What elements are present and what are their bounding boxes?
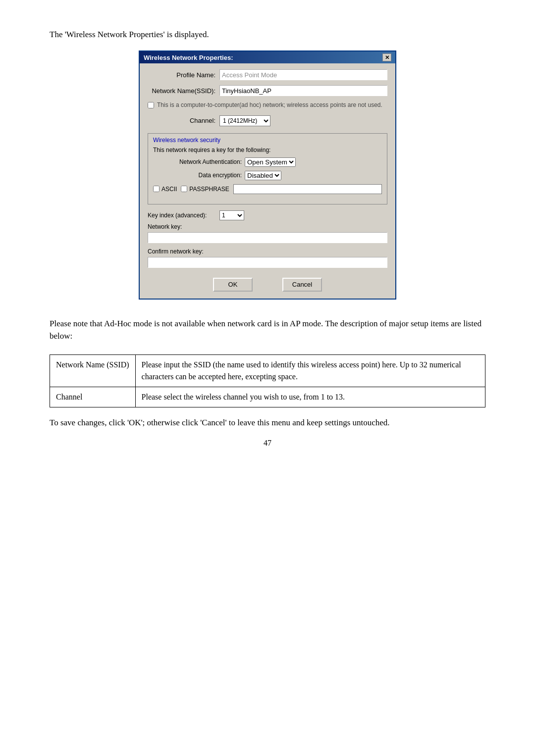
network-key-input[interactable] <box>148 232 387 243</box>
channel-select-wrapper: 1 (2412MHz) 2 (2417MHz) 3 (2422MHz) 4 (2… <box>219 115 270 126</box>
adhoc-checkbox-row: This is a computer-to-computer(ad hoc) n… <box>148 101 387 109</box>
network-key-label: Network key: <box>148 223 387 230</box>
page-number: 47 <box>50 439 485 448</box>
data-enc-select[interactable]: Disabled WEP TKIP AES <box>245 171 281 180</box>
network-auth-select[interactable]: Open System Shared Key WPA WPA-PSK <box>245 157 296 167</box>
channel-row: Channel: 1 (2412MHz) 2 (2417MHz) 3 (2422… <box>148 115 387 126</box>
network-name-input[interactable] <box>219 85 387 96</box>
button-row: OK Cancel <box>148 278 387 292</box>
ascii-text-input[interactable] <box>233 184 382 194</box>
dialog-title: Wireless Network Properties: <box>144 54 233 61</box>
ascii-checkbox-item: ASCII <box>153 186 177 193</box>
network-name-row: Network Name(SSID): <box>148 85 387 96</box>
confirm-key-input[interactable] <box>148 257 387 268</box>
network-auth-label: Network Authentication: <box>153 158 245 165</box>
network-name-label: Network Name(SSID): <box>148 87 219 95</box>
confirm-key-section: Confirm network key: <box>148 248 387 274</box>
adhoc-checkbox-label: This is a computer-to-computer(ad hoc) n… <box>157 101 382 109</box>
ascii-row: ASCII PASSPHRASE <box>153 184 382 194</box>
security-note: This network requires a key for the foll… <box>153 147 382 153</box>
table-row: Channel Please select the wireless chann… <box>50 387 485 407</box>
key-index-row: Key index (advanced): 1 2 3 4 <box>148 210 387 220</box>
key-index-label: Key index (advanced): <box>148 212 219 219</box>
ascii-label: ASCII <box>161 186 177 193</box>
table-row: Network Name (SSID) Please input the SSI… <box>50 354 485 387</box>
table-cell-col1-0: Network Name (SSID) <box>50 354 136 387</box>
confirm-key-label: Confirm network key: <box>148 248 387 255</box>
intro-text: The 'Wireless Network Properties' is dis… <box>50 30 485 40</box>
adhoc-checkbox[interactable] <box>148 102 154 108</box>
network-auth-row: Network Authentication: Open System Shar… <box>153 157 382 167</box>
wireless-network-properties-dialog: Wireless Network Properties: ✕ Profile N… <box>139 50 396 300</box>
channel-label: Channel: <box>148 117 219 124</box>
ascii-checkbox[interactable] <box>153 186 160 192</box>
passphrase-checkbox[interactable] <box>181 186 187 192</box>
passphrase-checkbox-item: PASSPHRASE <box>181 186 229 193</box>
security-section-title: Wireless network security <box>153 137 382 144</box>
dialog-body: Profile Name: Network Name(SSID): This i… <box>140 63 395 299</box>
data-enc-row: Data encryption: Disabled WEP TKIP AES <box>153 171 382 180</box>
profile-name-row: Profile Name: <box>148 69 387 80</box>
table-cell-col1-1: Channel <box>50 387 136 407</box>
security-section: Wireless network security This network r… <box>148 133 387 204</box>
table-cell-col2-1: Please select the wireless channel you w… <box>135 387 485 407</box>
key-index-select[interactable]: 1 2 3 4 <box>219 210 244 220</box>
ok-button[interactable]: OK <box>213 278 253 292</box>
network-key-section: Network key: <box>148 223 387 248</box>
footer-text: To save changes, click 'OK'; otherwise c… <box>50 416 485 429</box>
dialog-close-button[interactable]: ✕ <box>382 53 391 61</box>
profile-name-label: Profile Name: <box>148 71 219 79</box>
channel-select[interactable]: 1 (2412MHz) 2 (2417MHz) 3 (2422MHz) 4 (2… <box>219 115 270 126</box>
dialog-titlebar: Wireless Network Properties: ✕ <box>140 51 395 63</box>
profile-name-input[interactable] <box>219 69 387 80</box>
note-text: Please note that Ad-Hoc mode is not avai… <box>50 317 485 343</box>
table-cell-col2-0: Please input the SSID (the name used to … <box>135 354 485 387</box>
info-table: Network Name (SSID) Please input the SSI… <box>50 354 485 407</box>
passphrase-label: PASSPHRASE <box>189 186 229 193</box>
data-enc-label: Data encryption: <box>153 172 245 179</box>
cancel-button[interactable]: Cancel <box>282 278 322 292</box>
